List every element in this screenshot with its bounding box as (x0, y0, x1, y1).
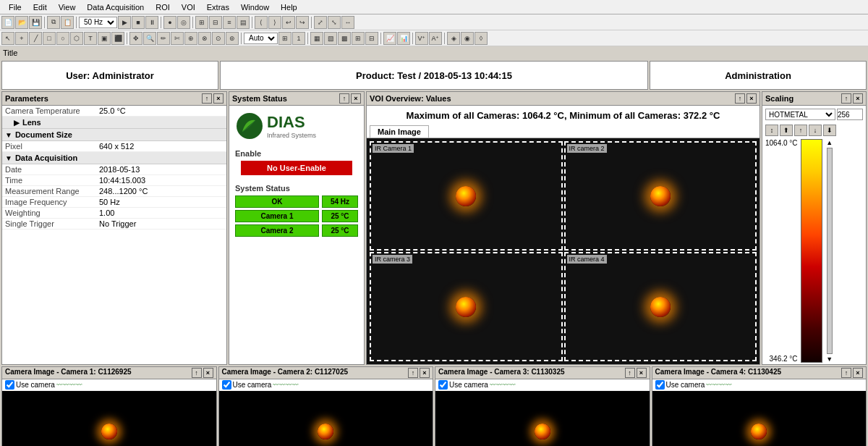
use-camera-4-checkbox[interactable] (655, 380, 665, 390)
tb-d1[interactable]: ⤢ (314, 16, 327, 29)
tb-b4[interactable]: ▤ (237, 16, 250, 29)
scaling-pin[interactable]: ↑ (841, 93, 851, 104)
tb-rec2[interactable]: ◎ (177, 16, 190, 29)
tb2-move[interactable]: ✥ (129, 32, 142, 45)
cam3-close[interactable]: × (637, 368, 647, 378)
tb-c3[interactable]: ↩ (282, 16, 295, 29)
use-camera-4-check[interactable]: Use camera (655, 380, 705, 390)
scaling-icon-3[interactable]: ↑ (794, 125, 807, 136)
tb2-voi[interactable]: ⬛ (111, 32, 124, 45)
params-pin[interactable]: ↑ (202, 93, 212, 104)
tb-new[interactable]: 📄 (1, 16, 14, 29)
tb-c4[interactable]: ↪ (296, 16, 309, 29)
tb2-line[interactable]: ╱ (29, 32, 42, 45)
tb-b3[interactable]: ≡ (223, 16, 236, 29)
cam4-pin[interactable]: ↑ (841, 368, 851, 378)
tb2-cross[interactable]: + (15, 32, 28, 45)
tb2-edit2[interactable]: ✄ (171, 32, 184, 45)
tb-d3[interactable]: ↔ (341, 16, 354, 29)
cam1-pin[interactable]: ↑ (192, 368, 202, 378)
menu-edit[interactable]: Edit (27, 1, 53, 13)
cam4-close[interactable]: × (853, 368, 863, 378)
tb2-v1[interactable]: V⁺ (415, 32, 428, 45)
scaling-icon-5[interactable]: ⬇ (823, 125, 836, 136)
menu-window[interactable]: Window (235, 1, 275, 13)
use-camera-2-check[interactable]: Use camera (222, 380, 272, 390)
tb-b2[interactable]: ⊟ (209, 16, 222, 29)
scroll-down-icon[interactable]: ▼ (826, 355, 833, 363)
voi-close[interactable]: × (746, 93, 757, 104)
menu-help[interactable]: Help (275, 1, 303, 13)
freq-combo[interactable]: 50 Hz (79, 17, 117, 28)
scaling-close[interactable]: × (853, 93, 863, 104)
use-camera-1-checkbox[interactable] (5, 380, 14, 390)
tb-open[interactable]: 📂 (15, 16, 28, 29)
tb2-roi[interactable]: ▣ (98, 32, 111, 45)
cam1-close[interactable]: × (203, 368, 213, 378)
tb2-poly[interactable]: ⬡ (70, 32, 83, 45)
use-camera-1-check[interactable]: Use camera (5, 380, 55, 390)
tb2-zoom-fit[interactable]: ⊞ (278, 32, 292, 45)
tab-main-image[interactable]: Main Image (370, 125, 429, 138)
tb-rec1[interactable]: ● (163, 16, 176, 29)
tb2-display4[interactable]: ⊞ (352, 32, 365, 45)
tb2-ellipse[interactable]: ○ (56, 32, 69, 45)
tb-copy[interactable]: ⧉ (47, 16, 60, 29)
scaling-icon-4[interactable]: ↓ (809, 125, 822, 136)
scaling-icon-1[interactable]: ↕ (765, 125, 778, 136)
tb-paste[interactable]: 📋 (61, 16, 74, 29)
tb2-misc3[interactable]: ◊ (475, 32, 488, 45)
tb2-edit3[interactable]: ⊕ (184, 32, 197, 45)
tb-c2[interactable]: ⟩ (268, 16, 281, 29)
menu-file[interactable]: File (3, 1, 27, 13)
use-camera-2-checkbox[interactable] (222, 380, 231, 390)
no-user-enable-btn[interactable]: No User-Enable (241, 161, 352, 175)
tb-c1[interactable]: ⟨ (255, 16, 268, 29)
params-close[interactable]: × (213, 93, 224, 104)
tb2-text[interactable]: T (84, 32, 97, 45)
scaling-icon-2[interactable]: ⬆ (780, 125, 793, 136)
scaling-scrollbar[interactable]: ▲ ▼ (825, 139, 834, 363)
voi-pin[interactable]: ↑ (735, 93, 745, 104)
tb-play[interactable]: ▶ (118, 16, 131, 29)
tb-save[interactable]: 💾 (29, 16, 42, 29)
zoom-combo[interactable]: Auto (244, 33, 278, 44)
tb2-rect[interactable]: □ (43, 32, 56, 45)
tb2-zoom-1[interactable]: 1 (292, 32, 305, 45)
tb2-display5[interactable]: ⊟ (365, 32, 378, 45)
tb-d2[interactable]: ⤡ (328, 16, 341, 29)
scroll-thumb[interactable] (827, 148, 833, 354)
use-camera-3-checkbox[interactable] (438, 380, 448, 390)
tb2-cursor[interactable]: ↖ (1, 32, 14, 45)
scaling-num-input[interactable] (837, 109, 863, 120)
params-scroll[interactable]: Camera Temperature 25.0 °C ▶ Lens ▼ Docu… (2, 106, 226, 364)
cam2-pin[interactable]: ↑ (408, 368, 418, 378)
tb2-graph1[interactable]: 📈 (383, 32, 396, 45)
tb2-display1[interactable]: ▦ (310, 32, 323, 45)
tb2-misc1[interactable]: ◈ (447, 32, 460, 45)
menu-view[interactable]: View (53, 1, 82, 13)
tb2-misc2[interactable]: ◉ (461, 32, 474, 45)
scroll-up-icon[interactable]: ▲ (826, 139, 833, 146)
tb2-a1[interactable]: A⁺ (429, 32, 442, 45)
tb2-display2[interactable]: ▧ (324, 32, 337, 45)
tb2-edit4[interactable]: ⊗ (198, 32, 211, 45)
tb2-display3[interactable]: ▩ (338, 32, 351, 45)
menu-data-acquisition[interactable]: Data Acquisition (81, 1, 150, 13)
system-close[interactable]: × (351, 93, 361, 104)
tb2-edit1[interactable]: ✏ (157, 32, 170, 45)
colormap-combo[interactable]: HOTMETAL (765, 109, 835, 120)
tb2-zoom-in[interactable]: 🔍 (143, 32, 156, 45)
tb-pause[interactable]: ⏸ (145, 16, 158, 29)
cam3-pin[interactable]: ↑ (625, 368, 635, 378)
use-camera-3-check[interactable]: Use camera (438, 380, 488, 390)
system-pin[interactable]: ↑ (339, 93, 349, 104)
tb-b1[interactable]: ⊞ (195, 16, 208, 29)
menu-roi[interactable]: ROI (150, 1, 176, 13)
tb-stop[interactable]: ■ (132, 16, 145, 29)
menu-extras[interactable]: Extras (201, 1, 235, 13)
cam2-close[interactable]: × (420, 368, 430, 378)
menu-voi[interactable]: VOI (176, 1, 201, 13)
tb2-edit6[interactable]: ⊚ (226, 32, 239, 45)
tb2-graph2[interactable]: 📊 (397, 32, 410, 45)
